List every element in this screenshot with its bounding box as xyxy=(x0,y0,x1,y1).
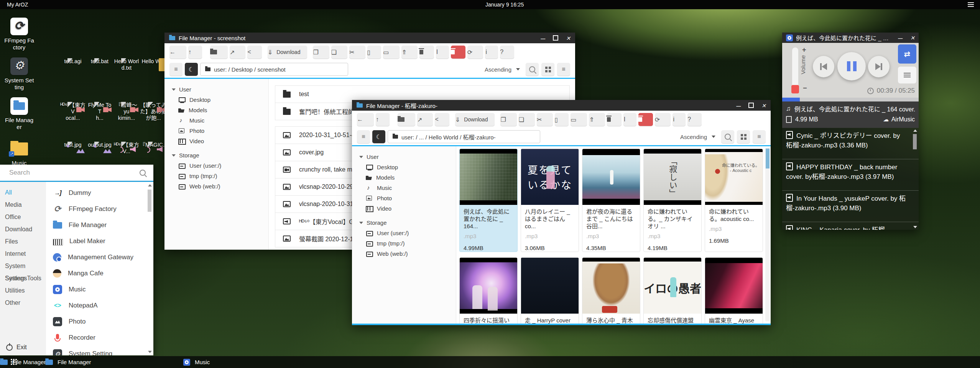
sort-order-dropdown[interactable]: Ascending xyxy=(677,134,719,140)
toolbar-button[interactable]: ❐ xyxy=(313,46,329,59)
minimize-button[interactable] xyxy=(541,35,545,41)
toolbar-button[interactable] xyxy=(398,113,415,126)
app-item[interactable]: Music xyxy=(53,281,146,298)
sidebar-item[interactable]: Models xyxy=(352,172,456,183)
taskbar-item[interactable]: File Manager xyxy=(0,356,46,368)
toolbar-button[interactable]: ▭ xyxy=(571,113,587,126)
app-item[interactable]: Photo xyxy=(53,314,146,330)
playlist-item[interactable]: Cynic _ ポリスピカデリー cover. by 柘榴-zakuro-.mp… xyxy=(782,128,919,159)
sidebar-item[interactable]: Desktop xyxy=(164,95,268,105)
app-item[interactable]: FFmpeg Factory xyxy=(53,201,146,217)
search-button[interactable] xyxy=(526,63,539,76)
playlist-item[interactable]: KING _ Kanaria cover. by 柘榴-zakuro-.mp3 … xyxy=(782,222,919,230)
app-item[interactable]: File Manager xyxy=(53,217,146,233)
previous-track-button[interactable] xyxy=(813,56,834,77)
window-title-bar[interactable]: File Manager - 柘榴-zakuro- xyxy=(352,100,771,111)
sidebar-section-storage[interactable]: Storage xyxy=(352,218,456,228)
toolbar-button[interactable]: ⟳ xyxy=(467,46,483,59)
toolbar-button[interactable]: ⇑ xyxy=(589,113,605,126)
window-title-bar[interactable]: File Manager - screenshot xyxy=(164,33,575,43)
category-item[interactable]: Other xyxy=(0,297,46,309)
next-track-button[interactable] xyxy=(868,56,890,77)
minimize-button[interactable] xyxy=(898,34,903,41)
sidebar-item[interactable]: Video xyxy=(164,136,268,146)
toolbar-button[interactable]: ❏ xyxy=(331,46,347,59)
file-tile[interactable]: 例えば、今此処に 置かれた花に _ 164....mp34.99MB xyxy=(459,149,518,252)
list-view-button[interactable]: ≡ xyxy=(753,130,766,143)
sidebar-storage-item[interactable]: Web (web:/) xyxy=(352,249,456,259)
pause-button[interactable] xyxy=(837,52,866,80)
toolbar-button[interactable] xyxy=(419,46,434,59)
category-item[interactable]: Utilities xyxy=(0,285,46,297)
scroll-thumb[interactable] xyxy=(766,149,770,168)
playlist-toggle-button[interactable] xyxy=(898,67,916,83)
sidebar-section-user[interactable]: User xyxy=(164,84,268,95)
sort-order-dropdown[interactable]: Ascending xyxy=(482,66,523,73)
playlist-item[interactable]: HAPPY BIRTHDAY _ back number cover. by柘榴… xyxy=(782,159,919,191)
sidebar-storage-item[interactable]: tmp (tmp:/) xyxy=(352,238,456,249)
search-bar[interactable]: Search xyxy=(0,165,153,182)
grid-view-button[interactable] xyxy=(541,63,554,76)
toolbar-button[interactable]: ↗ xyxy=(417,113,433,126)
file-tile[interactable]: 走 _ HarryP cover xyxy=(521,257,579,324)
toolbar-button[interactable]: ? xyxy=(687,113,702,126)
desktop-file-icon[interactable]: test.bat xyxy=(86,58,113,102)
toolbar-button[interactable]: ❐ xyxy=(500,113,516,126)
search-button[interactable] xyxy=(721,130,734,143)
file-tile[interactable]: 夏を見て いるかな 八月のレイニー _ はるまきごはん co....mp33.0… xyxy=(521,149,579,252)
sidebar-toggle-button[interactable]: ≡ xyxy=(357,130,370,143)
desktop-file-icon[interactable]: 『MAGIC... xyxy=(140,142,167,155)
desktop-icon[interactable]: Music xyxy=(1,140,38,167)
file-tile[interactable]: 「寂しい」 命に嫌われてい る。_ カンザキイ オリ ....mp34.19MB xyxy=(643,149,702,252)
toolbar-button[interactable]: < xyxy=(247,46,261,59)
list-view-button[interactable]: ≡ xyxy=(557,63,570,76)
app-item[interactable]: Management Gateway xyxy=(53,249,146,265)
sidebar-storage-item[interactable]: tmp (tmp:/) xyxy=(164,171,268,181)
toolbar-button[interactable]: ← xyxy=(169,46,186,59)
toolbar-button[interactable]: ✂ xyxy=(537,113,552,126)
toolbar-button[interactable]: ▯ xyxy=(555,113,569,126)
category-item[interactable]: System Tools xyxy=(0,272,46,285)
toolbar-button[interactable]: ⇓Download xyxy=(455,113,495,126)
volume-slider-thumb[interactable] xyxy=(791,85,799,93)
app-item[interactable]: Dummy xyxy=(53,185,146,201)
sidebar-item[interactable]: Music xyxy=(352,183,456,193)
playlist-scrollbar[interactable] xyxy=(913,129,918,228)
desktop-file-icon[interactable]: ᴴᴰ⁶⁰【東方V... xyxy=(113,142,140,155)
playlist-item[interactable]: In Your Hands _ yusukeP cover. by 柘榴-zak… xyxy=(782,191,919,222)
toolbar-button[interactable]: ▭ xyxy=(383,46,400,59)
scroll-up-icon[interactable] xyxy=(913,129,917,132)
file-tile[interactable]: 幽霊東京 _ Ayase xyxy=(705,257,763,324)
toolbar-button[interactable]: < xyxy=(435,113,449,126)
category-item[interactable]: Office xyxy=(0,211,46,223)
toolbar-button[interactable]: ❏ xyxy=(519,113,535,126)
airmusic-badge[interactable]: AirMusic xyxy=(883,116,915,123)
scroll-down-icon[interactable] xyxy=(148,351,152,353)
file-tile[interactable]: 君が夜の海に還る まで _ こんにちは 谷田....mp34.35MB xyxy=(582,149,640,252)
toolbar-button[interactable] xyxy=(210,46,228,59)
desktop-file-icon[interactable]: output.jpg xyxy=(86,142,113,155)
toolbar-button[interactable]: ? xyxy=(500,46,514,59)
toolbar-button[interactable]: i xyxy=(673,113,686,126)
desktop-icon[interactable]: System Set ting xyxy=(1,57,38,91)
volume-up-label[interactable]: + xyxy=(802,46,806,54)
sidebar-item[interactable]: Photo xyxy=(164,126,268,136)
toolbar-button[interactable]: ↑ xyxy=(376,113,390,126)
dark-mode-button[interactable]: ☾ xyxy=(372,130,385,143)
category-item[interactable]: All xyxy=(0,186,46,199)
scroll-up-icon[interactable] xyxy=(148,184,152,186)
close-button[interactable] xyxy=(566,35,571,41)
desktop-icon[interactable]: File Manag er xyxy=(1,97,38,131)
toolbar-button[interactable]: ⇑ xyxy=(401,46,417,59)
sidebar-item[interactable]: Models xyxy=(164,105,268,115)
scroll-thumb[interactable] xyxy=(913,134,917,149)
system-menu-icon[interactable] xyxy=(968,2,974,8)
desktop-file-icon[interactable]: test.agi xyxy=(59,58,86,102)
minimize-button[interactable] xyxy=(736,102,741,109)
taskbar-item[interactable]: File Manager xyxy=(45,356,91,368)
toolbar-button[interactable]: ✂ xyxy=(349,46,365,59)
close-button[interactable] xyxy=(910,34,915,41)
file-tile[interactable]: 薄ら氷心中 _ 青木月 xyxy=(582,257,640,324)
grid-view-button[interactable] xyxy=(737,130,750,143)
breadcrumb[interactable]: user: / ... / Hello World / 柘榴-zakuro- xyxy=(388,130,540,143)
